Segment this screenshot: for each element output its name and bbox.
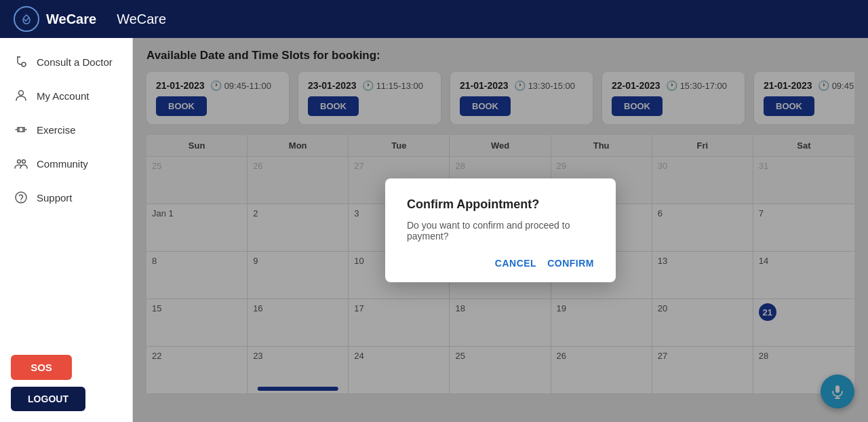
logout-button[interactable]: LOGOUT [11,387,85,411]
sidebar-label-account: My Account [37,90,90,102]
svg-point-7 [20,201,22,202]
dialog-body: Do you want to confirm and proceed to pa… [407,220,594,242]
svg-point-0 [22,62,26,66]
cancel-button[interactable]: CANCEL [495,258,536,269]
content-area: Available Date and Time Slots for bookin… [133,38,868,422]
main-layout: Consult a Doctor My Account Exercise [0,38,868,422]
exercise-icon [14,122,28,137]
dialog-overlay: Confirm Appointment? Do you want to conf… [133,38,868,422]
dialog-title: Confirm Appointment? [407,197,594,212]
sidebar-item-consult[interactable]: Consult a Doctor [0,45,132,79]
sidebar-item-account[interactable]: My Account [0,79,132,113]
sidebar: Consult a Doctor My Account Exercise [0,38,133,422]
dialog-actions: CANCEL CONFIRM [407,258,594,269]
sidebar-item-community[interactable]: Community [0,147,132,180]
stethoscope-icon [14,54,28,69]
sos-button[interactable]: SOS [11,355,72,380]
confirm-button[interactable]: CONFIRM [547,258,594,269]
svg-point-2 [19,56,20,58]
sidebar-label-consult: Consult a Doctor [37,56,113,68]
svg-point-4 [18,160,21,164]
sidebar-item-support[interactable]: Support [0,180,132,214]
svg-point-5 [22,160,26,164]
question-icon [14,190,28,205]
logo-icon [14,6,39,32]
svg-point-1 [17,56,18,58]
person-icon [14,88,28,103]
top-nav: WeCare WeCare [0,0,868,38]
logo-text: WeCare [46,12,96,27]
community-icon [14,156,28,171]
nav-title: WeCare [117,12,166,27]
sidebar-label-support: Support [37,192,73,204]
sidebar-bottom: SOS LOGOUT [0,344,132,422]
sidebar-label-community: Community [37,158,88,170]
confirm-dialog: Confirm Appointment? Do you want to conf… [385,178,616,282]
logo-area: WeCare [14,6,96,32]
sidebar-label-exercise: Exercise [37,124,76,136]
sidebar-item-exercise[interactable]: Exercise [0,113,132,147]
svg-point-3 [19,91,24,96]
